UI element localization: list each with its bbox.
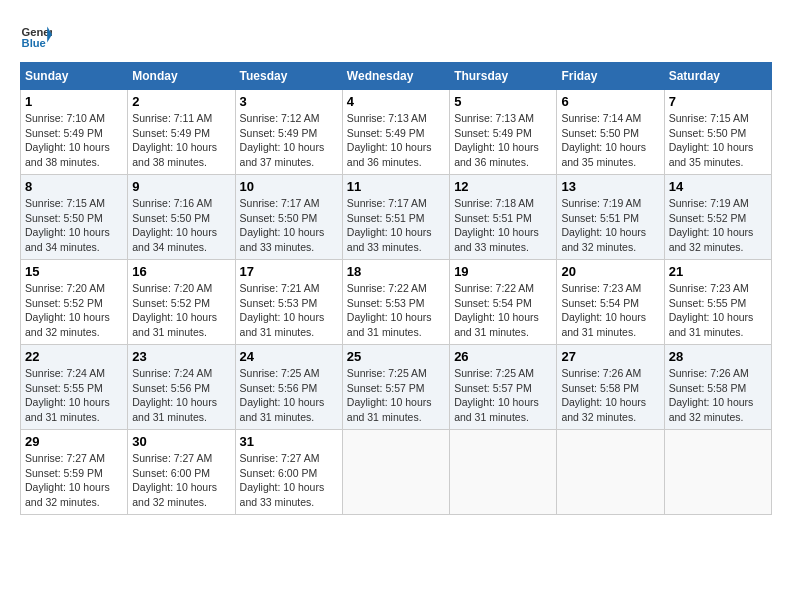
sunset-label: Sunset: [240, 467, 279, 479]
day-info: Sunrise: 7:26 AM Sunset: 5:58 PM Dayligh… [669, 366, 767, 425]
sunrise-value: 7:20 AM [174, 282, 213, 294]
day-info: Sunrise: 7:17 AM Sunset: 5:50 PM Dayligh… [240, 196, 338, 255]
daylight-label: Daylight: 10 hours [240, 226, 325, 238]
sunset-value: 5:56 PM [171, 382, 210, 394]
calendar-day-cell [450, 430, 557, 515]
calendar-day-cell: 13 Sunrise: 7:19 AM Sunset: 5:51 PM Dayl… [557, 175, 664, 260]
page-header: General Blue [20, 20, 772, 52]
sunrise-value: 7:26 AM [710, 367, 749, 379]
sunrise-value: 7:27 AM [66, 452, 105, 464]
day-info: Sunrise: 7:20 AM Sunset: 5:52 PM Dayligh… [132, 281, 230, 340]
sunset-label: Sunset: [240, 297, 279, 309]
sunset-value: 5:55 PM [64, 382, 103, 394]
daylight-minutes: and 31 minutes. [240, 326, 315, 338]
day-number: 13 [561, 179, 659, 194]
daylight-label: Daylight: 10 hours [132, 226, 217, 238]
sunrise-label: Sunrise: [347, 197, 388, 209]
daylight-minutes: and 31 minutes. [669, 326, 744, 338]
calendar-day-cell: 9 Sunrise: 7:16 AM Sunset: 5:50 PM Dayli… [128, 175, 235, 260]
day-number: 1 [25, 94, 123, 109]
day-number: 20 [561, 264, 659, 279]
sunrise-value: 7:25 AM [496, 367, 535, 379]
day-info: Sunrise: 7:13 AM Sunset: 5:49 PM Dayligh… [347, 111, 445, 170]
sunset-label: Sunset: [454, 127, 493, 139]
sunrise-label: Sunrise: [347, 282, 388, 294]
day-number: 17 [240, 264, 338, 279]
sunrise-value: 7:23 AM [710, 282, 749, 294]
day-info: Sunrise: 7:19 AM Sunset: 5:52 PM Dayligh… [669, 196, 767, 255]
daylight-label: Daylight: 10 hours [561, 141, 646, 153]
daylight-minutes: and 34 minutes. [132, 241, 207, 253]
sunrise-value: 7:17 AM [281, 197, 320, 209]
sunrise-value: 7:25 AM [281, 367, 320, 379]
sunrise-label: Sunrise: [240, 282, 281, 294]
sunset-label: Sunset: [347, 382, 386, 394]
calendar-day-cell: 1 Sunrise: 7:10 AM Sunset: 5:49 PM Dayli… [21, 90, 128, 175]
sunset-value: 6:00 PM [171, 467, 210, 479]
daylight-minutes: and 31 minutes. [132, 326, 207, 338]
sunset-label: Sunset: [669, 212, 708, 224]
sunrise-value: 7:24 AM [66, 367, 105, 379]
sunset-value: 5:53 PM [278, 297, 317, 309]
sunset-value: 5:54 PM [493, 297, 532, 309]
day-info: Sunrise: 7:15 AM Sunset: 5:50 PM Dayligh… [25, 196, 123, 255]
day-info: Sunrise: 7:24 AM Sunset: 5:56 PM Dayligh… [132, 366, 230, 425]
day-info: Sunrise: 7:22 AM Sunset: 5:53 PM Dayligh… [347, 281, 445, 340]
day-number: 18 [347, 264, 445, 279]
sunset-label: Sunset: [25, 467, 64, 479]
sunrise-label: Sunrise: [669, 197, 710, 209]
sunset-label: Sunset: [454, 382, 493, 394]
day-info: Sunrise: 7:18 AM Sunset: 5:51 PM Dayligh… [454, 196, 552, 255]
weekday-header-thursday: Thursday [450, 63, 557, 90]
calendar-week-row: 22 Sunrise: 7:24 AM Sunset: 5:55 PM Dayl… [21, 345, 772, 430]
daylight-label: Daylight: 10 hours [454, 226, 539, 238]
calendar-day-cell: 8 Sunrise: 7:15 AM Sunset: 5:50 PM Dayli… [21, 175, 128, 260]
calendar-day-cell: 23 Sunrise: 7:24 AM Sunset: 5:56 PM Dayl… [128, 345, 235, 430]
daylight-label: Daylight: 10 hours [669, 311, 754, 323]
daylight-label: Daylight: 10 hours [454, 311, 539, 323]
sunset-value: 5:54 PM [600, 297, 639, 309]
sunrise-value: 7:19 AM [603, 197, 642, 209]
sunrise-value: 7:24 AM [174, 367, 213, 379]
sunrise-label: Sunrise: [132, 112, 173, 124]
sunset-label: Sunset: [669, 127, 708, 139]
sunset-value: 5:49 PM [493, 127, 532, 139]
sunset-label: Sunset: [132, 467, 171, 479]
sunset-value: 5:57 PM [385, 382, 424, 394]
day-info: Sunrise: 7:26 AM Sunset: 5:58 PM Dayligh… [561, 366, 659, 425]
daylight-label: Daylight: 10 hours [669, 141, 754, 153]
sunrise-value: 7:11 AM [174, 112, 213, 124]
day-info: Sunrise: 7:25 AM Sunset: 5:56 PM Dayligh… [240, 366, 338, 425]
day-number: 22 [25, 349, 123, 364]
day-info: Sunrise: 7:24 AM Sunset: 5:55 PM Dayligh… [25, 366, 123, 425]
sunrise-value: 7:19 AM [710, 197, 749, 209]
day-info: Sunrise: 7:10 AM Sunset: 5:49 PM Dayligh… [25, 111, 123, 170]
daylight-minutes: and 32 minutes. [669, 241, 744, 253]
sunrise-value: 7:27 AM [281, 452, 320, 464]
day-info: Sunrise: 7:22 AM Sunset: 5:54 PM Dayligh… [454, 281, 552, 340]
daylight-minutes: and 32 minutes. [669, 411, 744, 423]
daylight-minutes: and 31 minutes. [454, 411, 529, 423]
calendar-day-cell: 6 Sunrise: 7:14 AM Sunset: 5:50 PM Dayli… [557, 90, 664, 175]
day-number: 29 [25, 434, 123, 449]
daylight-label: Daylight: 10 hours [669, 396, 754, 408]
daylight-label: Daylight: 10 hours [25, 311, 110, 323]
sunset-value: 5:51 PM [493, 212, 532, 224]
daylight-minutes: and 31 minutes. [240, 411, 315, 423]
calendar-day-cell: 15 Sunrise: 7:20 AM Sunset: 5:52 PM Dayl… [21, 260, 128, 345]
day-number: 11 [347, 179, 445, 194]
day-number: 19 [454, 264, 552, 279]
sunrise-label: Sunrise: [561, 367, 602, 379]
weekday-header-sunday: Sunday [21, 63, 128, 90]
day-info: Sunrise: 7:27 AM Sunset: 5:59 PM Dayligh… [25, 451, 123, 510]
calendar-table: SundayMondayTuesdayWednesdayThursdayFrid… [20, 62, 772, 515]
day-number: 12 [454, 179, 552, 194]
sunrise-label: Sunrise: [347, 367, 388, 379]
day-info: Sunrise: 7:17 AM Sunset: 5:51 PM Dayligh… [347, 196, 445, 255]
sunset-label: Sunset: [132, 297, 171, 309]
sunrise-label: Sunrise: [132, 367, 173, 379]
daylight-label: Daylight: 10 hours [240, 396, 325, 408]
day-info: Sunrise: 7:14 AM Sunset: 5:50 PM Dayligh… [561, 111, 659, 170]
day-info: Sunrise: 7:25 AM Sunset: 5:57 PM Dayligh… [347, 366, 445, 425]
daylight-label: Daylight: 10 hours [240, 481, 325, 493]
